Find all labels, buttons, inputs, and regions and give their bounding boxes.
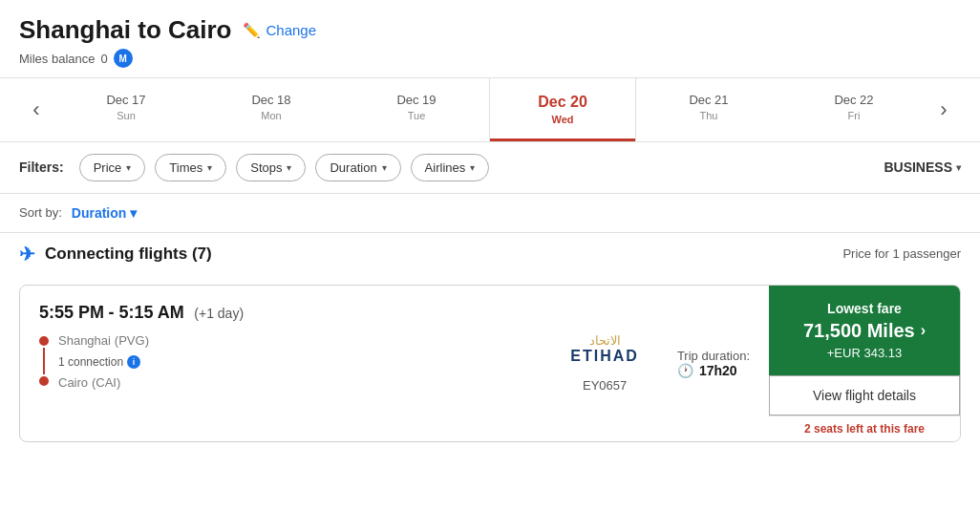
stops-filter-button[interactable]: Stops ▾ (236, 154, 306, 181)
destination-dot (39, 376, 49, 386)
lowest-fare-label: Lowest fare (827, 301, 902, 316)
change-button[interactable]: ✏️ Change (243, 22, 316, 39)
seats-warning: 2 seats left at this fare (769, 415, 960, 441)
view-flight-details-button[interactable]: View flight details (769, 375, 960, 415)
date-dec19[interactable]: Dec 19 Tue (344, 78, 489, 141)
date-dec20[interactable]: Dec 20 Wed (489, 78, 636, 141)
filters-bar: Filters: Price ▾ Times ▾ Stops ▾ Duratio… (0, 142, 980, 194)
route-line: Shanghai (PVG) 1 connection i Cairo (CAI… (39, 332, 532, 390)
date-dec21[interactable]: Dec 21 Thu (636, 78, 781, 141)
chevron-down-icon: ▾ (130, 205, 137, 221)
flight-price-section: Lowest fare 71,500 Miles › +EUR 343.13 V… (769, 286, 960, 441)
airline-info: الاتحاد ETIHAD EY0657 (551, 286, 658, 441)
chevron-down-icon: ▾ (382, 162, 387, 173)
chevron-down-icon: ▾ (207, 162, 212, 173)
chevron-down-icon: ▾ (956, 162, 961, 173)
connecting-flights-icon: ✈ (19, 243, 35, 266)
route-cities: Shanghai (PVG) 1 connection i Cairo (CAI… (58, 332, 149, 390)
price-filter-button[interactable]: Price ▾ (79, 154, 146, 181)
date-dec18[interactable]: Dec 18 Mon (199, 78, 344, 141)
duration-filter-button[interactable]: Duration ▾ (315, 154, 400, 181)
route-dots (39, 332, 49, 386)
date-navigation: ‹ Dec 17 Sun Dec 18 Mon Dec 19 Tue Dec 2… (0, 78, 980, 142)
airline-logo: الاتحاد ETIHAD (570, 333, 639, 365)
cabin-class-button[interactable]: BUSINESS ▾ (884, 160, 961, 175)
date-dec22[interactable]: Dec 22 Fri (781, 78, 927, 141)
etihad-english-text: ETIHAD (570, 348, 639, 365)
chevron-down-icon: ▾ (287, 162, 291, 173)
connection-info: 1 connection i (58, 355, 149, 369)
passenger-info: Price for 1 passenger (842, 246, 961, 261)
arrival-time: 5:15 AM (118, 303, 183, 322)
fare-miles: 71,500 Miles › (803, 320, 926, 342)
lowest-fare-block: Lowest fare 71,500 Miles › +EUR 343.13 (769, 286, 960, 375)
filters-label: Filters: (19, 160, 64, 175)
duration-value: 🕐 17h20 (677, 363, 750, 378)
sort-label: Sort by: (19, 205, 62, 220)
dates-container: Dec 17 Sun Dec 18 Mon Dec 19 Tue Dec 20 … (53, 78, 927, 141)
flight-route-info: 5:55 PM - 5:15 AM (+1 day) Shanghai (PVG… (20, 286, 551, 441)
flight-number: EY0657 (583, 378, 627, 393)
chevron-down-icon: ▾ (126, 162, 131, 173)
duration-label: Trip duration: (677, 349, 750, 363)
times-filter-button[interactable]: Times ▾ (155, 154, 226, 181)
trip-duration: Trip duration: 🕐 17h20 (658, 286, 769, 441)
date-dec17[interactable]: Dec 17 Sun (53, 78, 199, 141)
route-connector (43, 348, 45, 374)
arrow-right-icon: › (921, 322, 926, 339)
fare-eur: +EUR 343.13 (827, 346, 902, 360)
miles-icon: M (114, 49, 133, 68)
info-icon: i (127, 355, 140, 369)
sort-bar: Sort by: Duration ▾ (0, 194, 980, 232)
etihad-arabic-text: الاتحاد (570, 333, 639, 348)
airlines-filter-button[interactable]: Airlines ▾ (411, 154, 490, 181)
flight-times: 5:55 PM - 5:15 AM (+1 day) (39, 303, 532, 323)
flight-card: 5:55 PM - 5:15 AM (+1 day) Shanghai (PVG… (19, 285, 961, 442)
miles-balance: Miles balance 0 M (19, 49, 961, 68)
pencil-icon: ✏️ (243, 22, 261, 39)
next-date-button[interactable]: › (927, 78, 961, 141)
chevron-down-icon: ▾ (470, 162, 475, 173)
clock-icon: 🕐 (677, 363, 693, 378)
origin-city: Shanghai (PVG) (58, 332, 149, 348)
departure-time: 5:55 PM (39, 303, 104, 322)
prev-date-button[interactable]: ‹ (19, 78, 53, 141)
results-header: ✈ Connecting flights (7) Price for 1 pas… (0, 232, 980, 275)
destination-city: Cairo (CAI) (58, 374, 149, 390)
page-title: Shanghai to Cairo (19, 15, 231, 45)
results-title: ✈ Connecting flights (7) (19, 243, 212, 266)
sort-dropdown[interactable]: Duration ▾ (72, 205, 138, 221)
origin-dot (39, 336, 49, 346)
header: Shanghai to Cairo ✏️ Change Miles balanc… (0, 0, 980, 78)
day-offset: (+1 day) (194, 306, 244, 321)
